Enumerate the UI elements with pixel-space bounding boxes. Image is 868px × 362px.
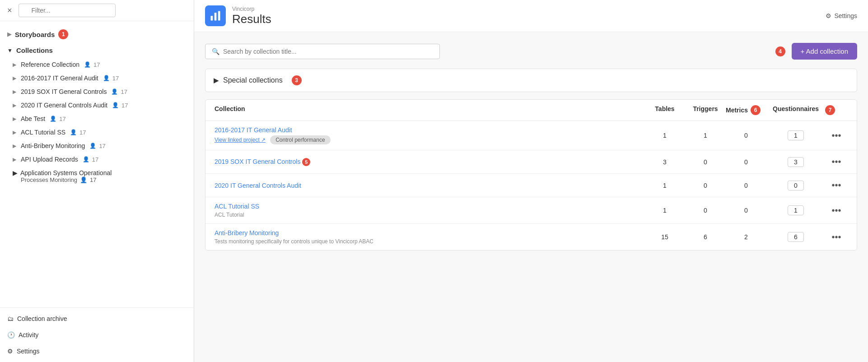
- chevron-icon: ▶: [13, 157, 16, 162]
- col-triggers: 6: [685, 233, 726, 241]
- col-header-metrics: Metrics 6: [726, 105, 766, 115]
- collection-link[interactable]: ACL Tutorial SS: [215, 203, 644, 210]
- view-linked-project-link[interactable]: View linked project ↗: [215, 137, 266, 143]
- activity-item[interactable]: 🕐 Activity: [0, 327, 194, 343]
- collection-link[interactable]: 2020 IT General Controls Audit: [215, 182, 644, 189]
- collections-label: Collections: [16, 46, 53, 54]
- badge-7: 7: [825, 105, 835, 115]
- settings-sidebar-item[interactable]: ⚙ Settings: [0, 343, 194, 359]
- collection-archive-item[interactable]: 🗂 Collection archive: [0, 311, 194, 327]
- row-meta: View linked project ↗ Control performanc…: [215, 135, 644, 144]
- more-options-button[interactable]: •••: [829, 231, 844, 243]
- table-row: ACL Tutorial SS ACL Tutorial 1 0 0 1 •••: [205, 197, 857, 224]
- nav-item-api-upload[interactable]: ▶ API Upload Records 👤 17: [0, 153, 194, 166]
- filter-input[interactable]: [19, 4, 116, 17]
- col-actions: •••: [825, 130, 848, 142]
- header-settings-link[interactable]: ⚙ Settings: [826, 12, 857, 19]
- svg-rect-0: [211, 16, 213, 21]
- nav-item-acl-tutorial[interactable]: ▶ ACL Tutorial SS 👤 17: [0, 125, 194, 139]
- nav-item-reference-collection[interactable]: ▶ Reference Collection 👤 17: [0, 58, 194, 71]
- archive-icon: 🗂: [7, 315, 14, 322]
- sidebar-bottom: 🗂 Collection archive 🕐 Activity ⚙ Settin…: [0, 307, 194, 362]
- user-icon: 👤: [111, 88, 118, 95]
- search-icon: 🔍: [212, 48, 219, 55]
- header-title: Results: [232, 12, 271, 26]
- chevron-icon: ▶: [13, 130, 16, 135]
- more-options-button[interactable]: •••: [829, 179, 844, 191]
- col-triggers: 1: [685, 132, 726, 139]
- nav-item-count: 17: [112, 75, 119, 82]
- user-icon: 👤: [70, 129, 77, 135]
- app-icon: [205, 5, 226, 26]
- settings-label: Settings: [17, 348, 40, 355]
- nav-item-label: 2020 IT General Controls Audit: [21, 102, 107, 109]
- nav-item-anti-bribery[interactable]: ▶ Anti-Bribery Monitoring 👤 17: [0, 139, 194, 153]
- col-tables: 3: [644, 158, 685, 166]
- col-tables: 1: [644, 132, 685, 139]
- control-performance-tag: Control performance: [270, 135, 330, 144]
- header-subtitle: Vincicorp: [232, 6, 271, 12]
- collection-link[interactable]: Anti-Bribery Monitoring: [215, 229, 644, 237]
- storyboards-badge: 1: [58, 29, 68, 39]
- col-questionnaires: 1: [766, 130, 825, 140]
- settings-icon: ⚙: [7, 348, 13, 355]
- search-bar-row: 🔍 4 + Add collection: [205, 43, 857, 60]
- col-tables: 1: [644, 182, 685, 189]
- more-options-button[interactable]: •••: [829, 204, 844, 217]
- sidebar-nav: ▶ Storyboards 1 ▼ Collections ▶ Referenc…: [0, 21, 194, 307]
- col-header-collection: Collection: [215, 105, 644, 115]
- user-icon: 👤: [83, 156, 89, 162]
- header-titles: Vincicorp Results: [232, 6, 271, 26]
- badge-4: 4: [775, 46, 785, 56]
- nav-item-it-general-audit[interactable]: ▶ 2016-2017 IT General Audit 👤 17: [0, 71, 194, 85]
- activity-icon: 🕐: [7, 331, 15, 339]
- nav-item-count: 17: [93, 61, 100, 68]
- nav-item-2020-it[interactable]: ▶ 2020 IT General Controls Audit 👤 17: [0, 98, 194, 112]
- col-name: 2016-2017 IT General Audit View linked p…: [215, 126, 644, 144]
- settings-text: Settings: [834, 12, 857, 19]
- user-icon: 👤: [84, 61, 91, 68]
- collections-section[interactable]: ▼ Collections: [0, 43, 194, 58]
- special-collections-row[interactable]: ▶ Special collections 3: [205, 69, 857, 92]
- col-name: 2019 SOX IT General Controls 5: [215, 158, 644, 166]
- chevron-icon: ▶: [13, 75, 16, 81]
- col-actions: •••: [825, 231, 848, 243]
- nav-item-abe-test[interactable]: ▶ Abe Test 👤 17: [0, 112, 194, 125]
- col-name: Anti-Bribery Monitoring Tests monitoring…: [215, 229, 644, 245]
- nav-item-label-line2: Processes Monitoring: [21, 176, 77, 183]
- col-triggers: 0: [685, 158, 726, 166]
- nav-item-sox-it[interactable]: ▶ 2019 SOX IT General Controls 👤 17: [0, 85, 194, 98]
- table-row: Anti-Bribery Monitoring Tests monitoring…: [205, 224, 857, 250]
- user-icon: 👤: [112, 102, 119, 108]
- user-icon: 👤: [80, 176, 87, 183]
- user-icon: 👤: [103, 75, 110, 81]
- badge-5: 5: [302, 158, 310, 166]
- chevron-icon: ▶: [13, 102, 16, 108]
- questionnaire-badge: 0: [788, 181, 804, 190]
- col-metrics: 2: [726, 233, 766, 241]
- bar-chart-icon: [209, 9, 222, 22]
- chevron-right-icon: ▶: [214, 77, 219, 84]
- search-input[interactable]: [223, 48, 433, 55]
- filter-wrapper: 🔍: [19, 4, 189, 17]
- col-actions: •••: [825, 179, 848, 191]
- add-collection-button[interactable]: + Add collection: [792, 43, 858, 60]
- main-content: Vincicorp Results ⚙ Settings 🔍 4 + Add c…: [194, 0, 868, 362]
- chevron-icon: ▶: [13, 169, 18, 176]
- chevron-icon: ▶: [13, 89, 16, 95]
- col-questionnaires: 6: [766, 232, 825, 242]
- more-options-button[interactable]: •••: [829, 130, 844, 142]
- nav-item-app-systems[interactable]: ▶ Application Systems Operational Proces…: [0, 166, 194, 186]
- col-name: 2020 IT General Controls Audit: [215, 182, 644, 189]
- col-questionnaires: 1: [766, 205, 825, 215]
- storyboards-section[interactable]: ▶ Storyboards 1: [0, 26, 194, 43]
- user-icon: 👤: [50, 116, 56, 122]
- nav-item-count: 17: [121, 102, 128, 109]
- collection-link[interactable]: 2019 SOX IT General Controls 5: [215, 158, 644, 166]
- collection-link[interactable]: 2016-2017 IT General Audit: [215, 126, 644, 134]
- questionnaire-badge: 6: [788, 232, 804, 242]
- close-button[interactable]: ×: [5, 5, 15, 16]
- more-options-button[interactable]: •••: [829, 156, 844, 168]
- nav-item-count: 17: [59, 116, 65, 122]
- col-header-tables: Tables: [644, 105, 685, 115]
